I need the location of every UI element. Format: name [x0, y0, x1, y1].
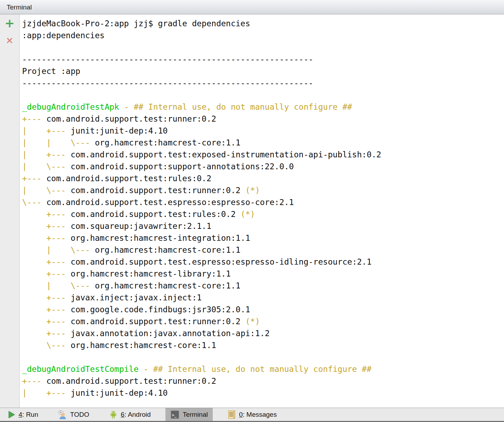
terminal-line: +--- com.google.code.findbugs:jsr305:2.0…	[22, 304, 504, 315]
messages-icon	[227, 410, 236, 419]
terminal-panel: + ✕ jzjdeMacBook-Pro-2:app jzj$ gradle d…	[0, 14, 504, 408]
run-icon	[8, 410, 15, 419]
tab-todo[interactable]: TODO	[53, 408, 94, 421]
terminal-line: | \--- com.android.support:support-annot…	[22, 161, 504, 172]
panel-title: Terminal	[7, 4, 32, 11]
terminal-line: +--- com.android.support.test.espresso:e…	[22, 256, 504, 268]
terminal-line: +--- org.hamcrest:hamcrest-library:1.1	[22, 268, 504, 280]
statusbar-tabs: 4: RunTODO6: Android>_Terminal0: Message…	[0, 408, 504, 422]
terminal-line: :app:dependencies	[22, 29, 504, 41]
terminal-line	[22, 351, 504, 363]
close-icon: ✕	[6, 36, 14, 45]
terminal-line: | +--- junit:junit-dep:4.10	[22, 125, 504, 137]
terminal-line: \--- org.hamcrest:hamcrest-core:1.1	[22, 339, 504, 351]
terminal-line: +--- com.android.support.test:runner:0.2	[22, 113, 504, 125]
tab-label-todo: TODO	[70, 411, 89, 418]
terminal-line: | \--- org.hamcrest:hamcrest-core:1.1	[22, 280, 504, 292]
terminal-line	[22, 41, 504, 53]
terminal-line: +--- com.android.support.test:rules:0.2 …	[22, 208, 504, 220]
terminal-line: +--- org.hamcrest:hamcrest-integration:1…	[22, 232, 504, 244]
terminal-line: | +--- junit:junit-dep:4.10	[22, 387, 504, 399]
terminal-line: \--- com.android.support.test.espresso:e…	[22, 196, 504, 208]
tab-messages[interactable]: 0: Messages	[223, 408, 282, 421]
terminal-line: +--- com.android.support.test:runner:0.2…	[22, 315, 504, 327]
terminal-line: _debugAndroidTestCompile - ## Internal u…	[22, 363, 504, 375]
terminal-icon: >_	[170, 410, 179, 419]
tab-label-terminal: Terminal	[183, 411, 208, 418]
terminal-line: Project :app	[22, 65, 504, 77]
terminal-line	[22, 89, 504, 101]
terminal-line: | | \--- org.hamcrest:hamcrest-core:1.1	[22, 137, 504, 149]
tab-android[interactable]: 6: Android	[104, 408, 156, 421]
tab-label-run: 4: Run	[19, 411, 38, 418]
terminal-line: | \--- org.hamcrest:hamcrest-core:1.1	[22, 244, 504, 256]
terminal-line: +--- com.squareup:javawriter:2.1.1	[22, 220, 504, 232]
tab-terminal[interactable]: >_Terminal	[165, 408, 213, 421]
terminal-line: ----------------------------------------…	[22, 53, 504, 65]
terminal-line: +--- javax.annotation:javax.annotation-a…	[22, 327, 504, 339]
terminal-toolbar: + ✕	[0, 14, 20, 408]
add-terminal-button[interactable]: +	[4, 17, 16, 29]
terminal-line: _debugAndroidTestApk - ## Internal use, …	[22, 101, 504, 113]
android-icon	[109, 410, 118, 419]
terminal-line: jzjdeMacBook-Pro-2:app jzj$ gradle depen…	[22, 18, 504, 29]
terminal-output[interactable]: jzjdeMacBook-Pro-2:app jzj$ gradle depen…	[20, 14, 504, 408]
terminal-line: ----------------------------------------…	[22, 77, 504, 89]
terminal-line: | \--- com.android.support.test:runner:0…	[22, 184, 504, 196]
tool-window-header: Terminal	[0, 0, 504, 14]
tab-run[interactable]: 4: Run	[3, 408, 43, 421]
terminal-line: +--- javax.inject:javax.inject:1	[22, 292, 504, 304]
tab-label-android: 6: Android	[121, 411, 151, 418]
svg-text:>_: >_	[172, 413, 177, 417]
terminal-line: +--- com.android.support.test:runner:0.2	[22, 375, 504, 387]
terminal-line: +--- com.android.support.test:rules:0.2	[22, 172, 504, 184]
terminal-line: | +--- com.android.support.test:exposed-…	[22, 149, 504, 161]
tab-label-messages: 0: Messages	[239, 411, 277, 418]
plus-icon: +	[5, 17, 15, 29]
todo-icon	[58, 410, 67, 419]
close-terminal-button[interactable]: ✕	[4, 35, 16, 47]
